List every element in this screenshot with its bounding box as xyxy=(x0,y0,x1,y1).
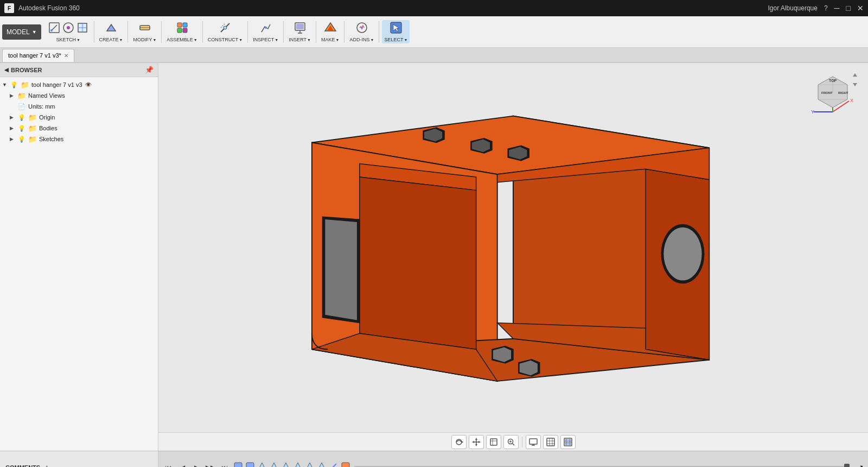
timeline-item-3[interactable] xyxy=(257,462,267,467)
addins-icon xyxy=(355,21,368,36)
insert-arrow-icon: ▼ xyxy=(307,38,311,42)
comments-add-icon[interactable]: + xyxy=(44,463,49,468)
svg-text:TOP: TOP xyxy=(829,79,837,83)
timeline-item-1[interactable] xyxy=(233,462,243,467)
main-content: ◀ BROWSER 📌 ▼ 💡 📁 tool hanger 7 v1 v3 👁️… xyxy=(0,63,868,451)
active-tab[interactable]: tool hanger 7 v1 v3* ✕ xyxy=(2,49,74,62)
comments-label: COMMENTS xyxy=(5,464,40,468)
timeline-icons xyxy=(233,462,350,467)
toolbar-add-ins[interactable]: ADD-INS ▼ xyxy=(347,20,376,43)
toolbar-insert[interactable]: INSERT ▼ xyxy=(286,20,313,43)
svg-text:RIGHT: RIGHT xyxy=(838,91,848,94)
toolbar-inspect[interactable]: INSPECT ▼ xyxy=(251,20,280,43)
timeline-item-7[interactable] xyxy=(305,462,315,467)
construct-icon xyxy=(219,21,232,36)
svg-rect-13 xyxy=(183,28,187,33)
assemble-icon xyxy=(176,21,189,36)
tree-root[interactable]: ▼ 💡 📁 tool hanger 7 v1 v3 👁️ xyxy=(0,79,158,90)
timeline-marker[interactable] xyxy=(844,464,850,468)
minimize-button[interactable]: ─ xyxy=(834,4,840,12)
toolbar-create[interactable]: CREATE ▼ xyxy=(97,20,125,43)
sketches-light-icon: 💡 xyxy=(17,135,26,143)
svg-marker-70 xyxy=(475,444,477,446)
svg-marker-68 xyxy=(462,441,463,443)
status-bar-icon[interactable]: ↗ xyxy=(857,463,864,468)
timeline-item-4[interactable] xyxy=(269,462,279,467)
restore-button[interactable]: □ xyxy=(846,4,851,12)
assemble-label: ASSEMBLE xyxy=(167,37,193,42)
timeline-step-forward-button[interactable]: ▶▶ xyxy=(205,462,216,468)
timeline-item-8[interactable] xyxy=(317,462,327,467)
tree-bodies[interactable]: ▶ 💡 📁 Bodies xyxy=(0,123,158,134)
browser-collapse-icon[interactable]: ◀ xyxy=(4,67,9,73)
user-name: Igor Albuquerque xyxy=(768,4,818,12)
help-button[interactable]: ? xyxy=(824,4,828,12)
inspect-label: INSPECT xyxy=(253,37,274,42)
timeline-play-next-button[interactable]: ⏭ xyxy=(219,462,230,468)
app-logo: F xyxy=(4,3,14,13)
insert-icon xyxy=(293,21,307,36)
divider-1 xyxy=(94,21,94,43)
browser-pin-icon[interactable]: 📌 xyxy=(145,66,154,74)
svg-point-17 xyxy=(265,27,267,29)
svg-marker-97 xyxy=(270,463,278,467)
timeline-step-back-button[interactable]: ◀ xyxy=(177,462,188,468)
root-eye-icon: 👁️ xyxy=(85,81,92,89)
timeline-item-9[interactable] xyxy=(329,462,339,467)
model-dropdown[interactable]: MODEL ▼ xyxy=(2,24,41,40)
svg-marker-65 xyxy=(853,73,857,77)
sketches-folder-icon: 📁 xyxy=(28,135,37,143)
timeline-play-prev-button[interactable]: ⏮ xyxy=(163,462,174,468)
timeline-item-6[interactable] xyxy=(293,462,303,467)
toolbar-assemble[interactable]: ASSEMBLE ▼ xyxy=(164,20,199,43)
make-arrow-icon: ▼ xyxy=(335,38,339,42)
app-title: Autodesk Fusion 360 xyxy=(18,4,80,12)
display-settings-button[interactable] xyxy=(526,435,541,449)
tree-named-views[interactable]: ▶ 📁 Named Views xyxy=(0,90,158,101)
svg-rect-90 xyxy=(565,439,567,441)
timeline-play-button[interactable]: ▶ xyxy=(191,462,202,468)
svg-line-77 xyxy=(512,443,514,445)
svg-marker-99 xyxy=(294,463,302,467)
close-button[interactable]: ✕ xyxy=(857,4,864,12)
svg-line-102 xyxy=(331,464,336,467)
tab-close-button[interactable]: ✕ xyxy=(64,53,68,59)
named-views-arrow-icon: ▶ xyxy=(10,93,17,98)
toolbar-modify[interactable]: MODIFY ▼ xyxy=(131,20,158,43)
view-cube[interactable]: Y X Z TOP FRONT RIGHT xyxy=(808,71,857,120)
named-views-label: Named Views xyxy=(28,92,65,99)
toolbar-construct[interactable]: CONSTRUCT ▼ xyxy=(206,20,245,43)
tree-sketches[interactable]: ▶ 💡 📁 Sketches xyxy=(0,134,158,144)
toolbar-make[interactable]: MAKE ▼ xyxy=(319,20,341,43)
timeline-item-2[interactable] xyxy=(245,462,255,467)
tab-bar: tool hanger 7 v1 v3* ✕ xyxy=(0,48,868,63)
grid-button[interactable] xyxy=(543,435,558,449)
title-bar: F Autodesk Fusion 360 Igor Albuquerque ?… xyxy=(0,0,868,16)
svg-marker-101 xyxy=(318,463,326,467)
svg-point-4 xyxy=(67,26,70,29)
create-icon xyxy=(105,21,118,36)
pan-button[interactable] xyxy=(469,435,484,449)
tree-origin[interactable]: ▶ 💡 📁 Origin xyxy=(0,112,158,123)
divider-3 xyxy=(161,21,162,43)
timeline-item-10[interactable] xyxy=(341,462,350,467)
modify-label: MODIFY xyxy=(133,37,152,42)
svg-rect-10 xyxy=(177,23,182,27)
toolbar-select[interactable]: SELECT ▼ xyxy=(382,20,410,43)
bottom-panel: COMMENTS + ⏮ ◀ ▶ ▶▶ ⏭ xyxy=(0,451,868,467)
units-file-icon: 📄 xyxy=(17,102,26,111)
svg-point-2 xyxy=(50,29,53,31)
timeline-item-5[interactable] xyxy=(281,462,291,467)
bodies-light-icon: 💡 xyxy=(17,124,26,132)
tree-units[interactable]: ▶ 📄 Units: mm xyxy=(0,101,158,112)
model-area xyxy=(158,63,868,424)
root-label: tool hanger 7 v1 v3 xyxy=(31,81,82,88)
svg-marker-71 xyxy=(472,441,474,443)
viewport[interactable]: Y X Z TOP FRONT RIGHT xyxy=(158,63,868,451)
orbit-button[interactable] xyxy=(451,435,467,449)
toolbar-sketch[interactable]: SKETCH ▼ xyxy=(46,20,91,43)
zoom-fit-button[interactable] xyxy=(486,435,501,449)
svg-rect-11 xyxy=(183,23,187,27)
env-button[interactable] xyxy=(560,435,576,449)
zoom-button[interactable] xyxy=(503,435,519,449)
